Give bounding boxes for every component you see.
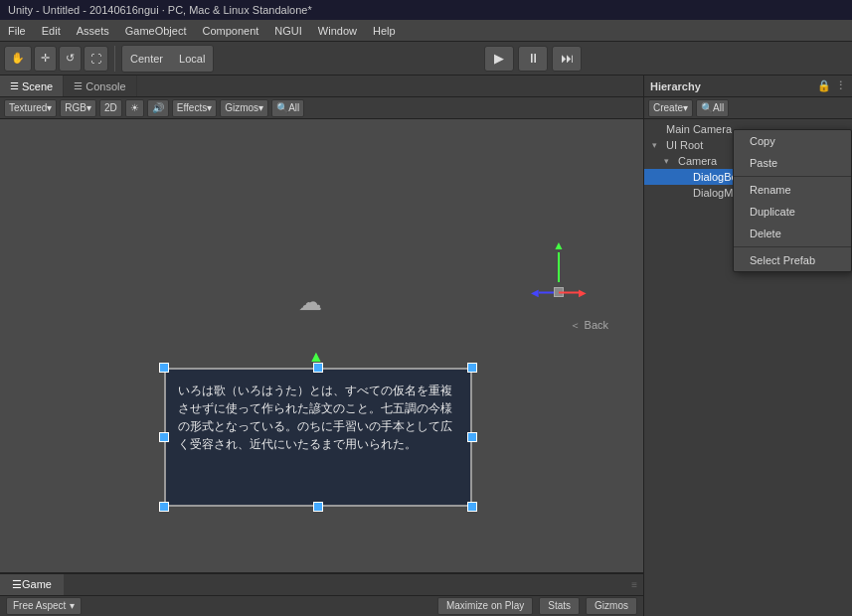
step-button[interactable]: ⏭ (552, 46, 582, 72)
hand-icon: ✋ (11, 52, 25, 65)
gizmos-select[interactable]: Gizmos ▾ (220, 99, 268, 117)
app: Unity - Untitled - 20140616ngui · PC, Ma… (0, 0, 852, 616)
title-text: Unity - Untitled - 20140616ngui · PC, Ma… (8, 4, 312, 16)
transform-tools: ✋ ✛ ↺ ⛶ (4, 46, 108, 72)
handle-tl[interactable] (159, 363, 169, 373)
game-tab-icon: ☰ (12, 578, 22, 591)
handle-tr[interactable] (467, 363, 477, 373)
game-tabs-bar: ☰ Game ≡ (0, 573, 643, 595)
handle-ml[interactable] (159, 432, 169, 442)
game-bar-right: ≡ (631, 579, 643, 590)
scene-tabs: ☰ Scene ☰ Console (0, 76, 643, 97)
all-select[interactable]: 🔍 All (271, 99, 304, 117)
game-section: ☰ Game ≡ Free Aspect ▾ Maximize on Pl (0, 572, 643, 616)
y-axis: ▲ (553, 238, 565, 282)
ctx-rename[interactable]: Rename (734, 179, 851, 201)
aspect-select[interactable]: Free Aspect ▾ (6, 597, 82, 615)
rotate-icon: ↺ (66, 52, 75, 65)
textured-select[interactable]: Textured ▾ (4, 99, 57, 117)
local-button[interactable]: Local (171, 46, 213, 72)
play-controls: ▶ ⏸ ⏭ (484, 46, 582, 72)
lighting-button[interactable]: ☀ (125, 99, 144, 117)
cloud-decoration: ☁ (298, 288, 322, 316)
scene-section: ☰ Scene ☰ Console Textured ▾ RGB (0, 76, 643, 572)
x-arrow-head: ▶ (579, 287, 587, 298)
lighting-icon: ☀ (130, 102, 139, 113)
menu-edit[interactable]: Edit (34, 20, 69, 41)
handle-br[interactable] (467, 502, 477, 512)
ctx-delete[interactable]: Delete (734, 223, 851, 244)
audio-button[interactable]: 🔊 (147, 99, 169, 117)
dialog-box-container[interactable]: いろは歌（いろはうた）とは、すべての仮名を重複させずに使って作られた諺文のこと。… (164, 368, 472, 507)
effects-select[interactable]: Effects ▾ (172, 99, 217, 117)
maximize-on-play-button[interactable]: Maximize on Play (437, 597, 533, 615)
body-row: ☰ Scene ☰ Console Textured ▾ RGB (0, 76, 852, 616)
play-button[interactable]: ▶ (484, 46, 514, 72)
hand-tool[interactable]: ✋ (4, 46, 32, 72)
ctx-select-prefab[interactable]: Select Prefab (734, 249, 851, 271)
game-status-bar: Free Aspect ▾ Maximize on Play Stats Giz… (0, 595, 643, 617)
hierarchy-lock-icon[interactable]: 🔒 (817, 79, 831, 92)
expand-icon-camera2: ▾ (664, 156, 674, 166)
gizmos-button[interactable]: Gizmos (586, 597, 637, 615)
handle-bl[interactable] (159, 502, 169, 512)
handle-mr[interactable] (467, 432, 477, 442)
hierarchy-search[interactable]: 🔍 All (696, 99, 729, 117)
hierarchy-panel: Hierarchy 🔒 ⋮ Create ▾ 🔍 All (643, 76, 852, 616)
dialog-box: いろは歌（いろはうた）とは、すべての仮名を重複させずに使って作られた諺文のこと。… (164, 368, 472, 507)
hierarchy-title: Hierarchy (650, 80, 701, 92)
move-tool[interactable]: ✛ (34, 46, 57, 72)
z-axis-line (539, 291, 554, 293)
gizmos-label: Gizmos (225, 102, 258, 113)
ctx-copy[interactable]: Copy (734, 130, 851, 152)
toolbar-separator-1 (114, 46, 115, 72)
move-icon: ✛ (41, 52, 50, 65)
pivot-group: Center Local (121, 45, 214, 73)
handle-tm[interactable] (313, 363, 323, 373)
left-panels: ☰ Scene ☰ Console Textured ▾ RGB (0, 76, 643, 616)
textured-label: Textured (9, 102, 47, 113)
hier-label-camera: Camera (678, 155, 717, 167)
create-dropdown-icon: ▾ (683, 102, 688, 113)
hierarchy-menu-icon[interactable]: ⋮ (835, 79, 846, 92)
hierarchy-toolbar: Create ▾ 🔍 All (644, 97, 852, 119)
rgb-dropdown-icon: ▾ (86, 102, 91, 113)
ctx-paste[interactable]: Paste (734, 152, 851, 174)
hier-label-main-camera: Main Camera (666, 123, 732, 135)
menu-gameobject[interactable]: GameObject (117, 20, 195, 41)
stats-button[interactable]: Stats (539, 597, 580, 615)
pause-button[interactable]: ⏸ (518, 46, 548, 72)
tab-scene[interactable]: ☰ Scene (0, 76, 64, 96)
ctx-duplicate[interactable]: Duplicate (734, 201, 851, 223)
ctx-sep-2 (734, 246, 851, 247)
tab-game[interactable]: ☰ Game (0, 574, 64, 595)
menu-file[interactable]: File (0, 20, 34, 41)
menu-component[interactable]: Component (194, 20, 266, 41)
menu-window[interactable]: Window (310, 20, 365, 41)
rgb-select[interactable]: RGB ▾ (60, 99, 96, 117)
menu-assets[interactable]: Assets (69, 20, 117, 41)
game-tab-label: Game (22, 578, 52, 590)
center-button[interactable]: Center (122, 46, 171, 72)
create-dropdown[interactable]: Create ▾ (648, 99, 693, 117)
menu-ngui[interactable]: NGUI (266, 20, 310, 41)
rotate-tool[interactable]: ↺ (59, 46, 82, 72)
rgb-label: RGB (65, 102, 86, 113)
2d-button[interactable]: 2D (99, 99, 122, 117)
tab-console[interactable]: ☰ Console (64, 76, 136, 96)
ctx-sep-1 (734, 176, 851, 177)
y-arrow-head: ▲ (553, 238, 565, 252)
hier-label-ui-root: UI Root (666, 139, 703, 151)
x-axis: ▶ (559, 287, 587, 298)
collapse-icon[interactable]: ≡ (631, 579, 637, 590)
aspect-label: Free Aspect (13, 600, 66, 611)
scale-tool[interactable]: ⛶ (84, 46, 108, 72)
scene-viewport[interactable]: ☁ ▲ (0, 119, 643, 572)
search-icon-hier: 🔍 (701, 102, 713, 113)
handle-bm[interactable] (313, 502, 323, 512)
console-tab-icon: ☰ (74, 80, 83, 91)
menu-help[interactable]: Help (365, 20, 404, 41)
back-button[interactable]: ＜ Back (570, 318, 608, 333)
aspect-dropdown-icon: ▾ (70, 600, 75, 611)
scale-icon: ⛶ (90, 53, 101, 65)
